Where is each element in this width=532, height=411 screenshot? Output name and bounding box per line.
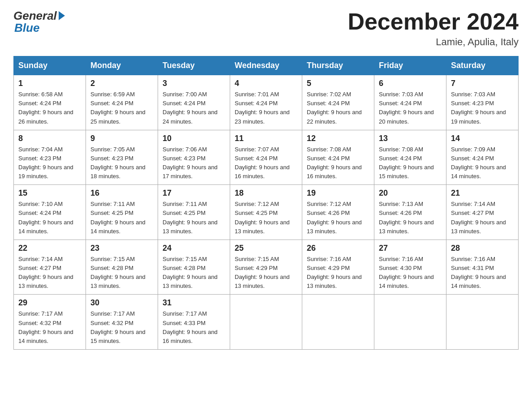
day-number: 30 [90, 298, 153, 308]
day-number: 11 [235, 134, 297, 143]
calendar-cell: 9Sunrise: 7:05 AMSunset: 4:23 PMDaylight… [86, 130, 158, 185]
day-info: Sunrise: 7:14 AMSunset: 4:27 PMDaylight:… [18, 255, 81, 291]
calendar-cell: 3Sunrise: 7:00 AMSunset: 4:24 PMDaylight… [158, 75, 230, 130]
day-info: Sunrise: 6:59 AMSunset: 4:24 PMDaylight:… [90, 90, 153, 126]
day-number: 10 [163, 134, 225, 143]
day-info: Sunrise: 7:11 AMSunset: 4:25 PMDaylight:… [163, 200, 225, 236]
calendar-cell: 18Sunrise: 7:12 AMSunset: 4:25 PMDayligh… [230, 185, 302, 240]
day-number: 15 [18, 188, 81, 198]
calendar-cell: 12Sunrise: 7:08 AMSunset: 4:24 PMDayligh… [302, 130, 374, 185]
day-info: Sunrise: 7:16 AMSunset: 4:29 PMDaylight:… [307, 255, 369, 291]
title-area: December 2024 Lamie, Apulia, Italy [348, 9, 519, 48]
day-number: 17 [163, 188, 225, 198]
day-number: 5 [307, 79, 369, 88]
day-number: 13 [379, 134, 442, 143]
day-info: Sunrise: 7:16 AMSunset: 4:30 PMDaylight:… [379, 255, 442, 291]
week-row-4: 22Sunrise: 7:14 AMSunset: 4:27 PMDayligh… [14, 240, 519, 295]
day-number: 6 [379, 79, 442, 88]
day-info: Sunrise: 7:01 AMSunset: 4:24 PMDaylight:… [235, 90, 297, 126]
calendar-cell: 31Sunrise: 7:17 AMSunset: 4:33 PMDayligh… [158, 295, 230, 350]
day-number: 8 [18, 134, 81, 143]
calendar-cell: 4Sunrise: 7:01 AMSunset: 4:24 PMDaylight… [230, 75, 302, 130]
day-info: Sunrise: 7:12 AMSunset: 4:25 PMDaylight:… [235, 200, 297, 236]
day-info: Sunrise: 7:17 AMSunset: 4:32 PMDaylight:… [18, 309, 81, 346]
day-info: Sunrise: 7:03 AMSunset: 4:24 PMDaylight:… [379, 90, 442, 126]
calendar-cell: 21Sunrise: 7:14 AMSunset: 4:27 PMDayligh… [446, 185, 519, 240]
calendar-cell: 16Sunrise: 7:11 AMSunset: 4:25 PMDayligh… [86, 185, 158, 240]
calendar-cell: 23Sunrise: 7:15 AMSunset: 4:28 PMDayligh… [86, 240, 158, 295]
day-number: 1 [18, 79, 81, 88]
day-number: 23 [90, 244, 153, 253]
calendar-cell: 28Sunrise: 7:16 AMSunset: 4:31 PMDayligh… [446, 240, 519, 295]
calendar-cell: 14Sunrise: 7:09 AMSunset: 4:24 PMDayligh… [446, 130, 519, 185]
logo: General Blue [13, 9, 65, 35]
calendar-cell: 26Sunrise: 7:16 AMSunset: 4:29 PMDayligh… [302, 240, 374, 295]
day-number: 25 [235, 244, 297, 253]
calendar-cell: 13Sunrise: 7:08 AMSunset: 4:24 PMDayligh… [374, 130, 446, 185]
day-number: 27 [379, 244, 442, 253]
day-number: 28 [451, 244, 514, 253]
calendar-cell: 1Sunrise: 6:58 AMSunset: 4:24 PMDaylight… [14, 75, 86, 130]
day-info: Sunrise: 7:07 AMSunset: 4:24 PMDaylight:… [235, 145, 297, 181]
calendar-cell [374, 295, 446, 350]
col-header-sunday: Sunday [14, 56, 86, 75]
calendar-cell: 27Sunrise: 7:16 AMSunset: 4:30 PMDayligh… [374, 240, 446, 295]
logo-arrow-icon [59, 11, 65, 20]
day-info: Sunrise: 7:08 AMSunset: 4:24 PMDaylight:… [307, 145, 369, 181]
day-number: 19 [307, 188, 369, 198]
day-info: Sunrise: 7:09 AMSunset: 4:24 PMDaylight:… [451, 145, 514, 181]
calendar-cell: 5Sunrise: 7:02 AMSunset: 4:24 PMDaylight… [302, 75, 374, 130]
day-info: Sunrise: 7:08 AMSunset: 4:24 PMDaylight:… [379, 145, 442, 181]
calendar-cell: 25Sunrise: 7:15 AMSunset: 4:29 PMDayligh… [230, 240, 302, 295]
day-number: 22 [18, 244, 81, 253]
day-number: 3 [163, 79, 225, 88]
day-info: Sunrise: 7:06 AMSunset: 4:23 PMDaylight:… [163, 145, 225, 181]
day-number: 9 [90, 134, 153, 143]
calendar-cell: 11Sunrise: 7:07 AMSunset: 4:24 PMDayligh… [230, 130, 302, 185]
week-row-3: 15Sunrise: 7:10 AMSunset: 4:24 PMDayligh… [14, 185, 519, 240]
calendar-cell: 8Sunrise: 7:04 AMSunset: 4:23 PMDaylight… [14, 130, 86, 185]
col-header-wednesday: Wednesday [230, 56, 302, 75]
day-info: Sunrise: 7:16 AMSunset: 4:31 PMDaylight:… [451, 255, 514, 291]
day-info: Sunrise: 7:15 AMSunset: 4:28 PMDaylight:… [163, 255, 225, 291]
day-info: Sunrise: 7:14 AMSunset: 4:27 PMDaylight:… [451, 200, 514, 236]
col-header-tuesday: Tuesday [158, 56, 230, 75]
day-info: Sunrise: 7:13 AMSunset: 4:26 PMDaylight:… [379, 200, 442, 236]
day-number: 14 [451, 134, 514, 143]
page-header: General Blue December 2024 Lamie, Apulia… [13, 9, 519, 48]
col-header-monday: Monday [86, 56, 158, 75]
day-number: 18 [235, 188, 297, 198]
calendar-title: December 2024 [348, 9, 519, 34]
calendar-cell: 17Sunrise: 7:11 AMSunset: 4:25 PMDayligh… [158, 185, 230, 240]
calendar-cell: 30Sunrise: 7:17 AMSunset: 4:32 PMDayligh… [86, 295, 158, 350]
logo-blue-text: Blue [14, 21, 39, 35]
calendar-table: SundayMondayTuesdayWednesdayThursdayFrid… [13, 56, 519, 350]
day-number: 16 [90, 188, 153, 198]
day-info: Sunrise: 7:15 AMSunset: 4:29 PMDaylight:… [235, 255, 297, 291]
col-header-friday: Friday [374, 56, 446, 75]
calendar-cell: 20Sunrise: 7:13 AMSunset: 4:26 PMDayligh… [374, 185, 446, 240]
day-info: Sunrise: 7:12 AMSunset: 4:26 PMDaylight:… [307, 200, 369, 236]
day-info: Sunrise: 7:00 AMSunset: 4:24 PMDaylight:… [163, 90, 225, 126]
day-info: Sunrise: 7:02 AMSunset: 4:24 PMDaylight:… [307, 90, 369, 126]
calendar-cell: 29Sunrise: 7:17 AMSunset: 4:32 PMDayligh… [14, 295, 86, 350]
day-number: 20 [379, 188, 442, 198]
col-header-thursday: Thursday [302, 56, 374, 75]
week-row-5: 29Sunrise: 7:17 AMSunset: 4:32 PMDayligh… [14, 295, 519, 350]
calendar-cell [446, 295, 519, 350]
calendar-cell: 2Sunrise: 6:59 AMSunset: 4:24 PMDaylight… [86, 75, 158, 130]
day-number: 21 [451, 188, 514, 198]
day-info: Sunrise: 7:11 AMSunset: 4:25 PMDaylight:… [90, 200, 153, 236]
day-number: 2 [90, 79, 153, 88]
calendar-cell: 7Sunrise: 7:03 AMSunset: 4:23 PMDaylight… [446, 75, 519, 130]
day-info: Sunrise: 6:58 AMSunset: 4:24 PMDaylight:… [18, 90, 81, 126]
day-info: Sunrise: 7:15 AMSunset: 4:28 PMDaylight:… [90, 255, 153, 291]
calendar-cell: 6Sunrise: 7:03 AMSunset: 4:24 PMDaylight… [374, 75, 446, 130]
day-info: Sunrise: 7:03 AMSunset: 4:23 PMDaylight:… [451, 90, 514, 126]
calendar-cell: 24Sunrise: 7:15 AMSunset: 4:28 PMDayligh… [158, 240, 230, 295]
day-number: 4 [235, 79, 297, 88]
col-header-saturday: Saturday [446, 56, 519, 75]
calendar-subtitle: Lamie, Apulia, Italy [348, 36, 519, 48]
calendar-cell [302, 295, 374, 350]
day-number: 24 [163, 244, 225, 253]
